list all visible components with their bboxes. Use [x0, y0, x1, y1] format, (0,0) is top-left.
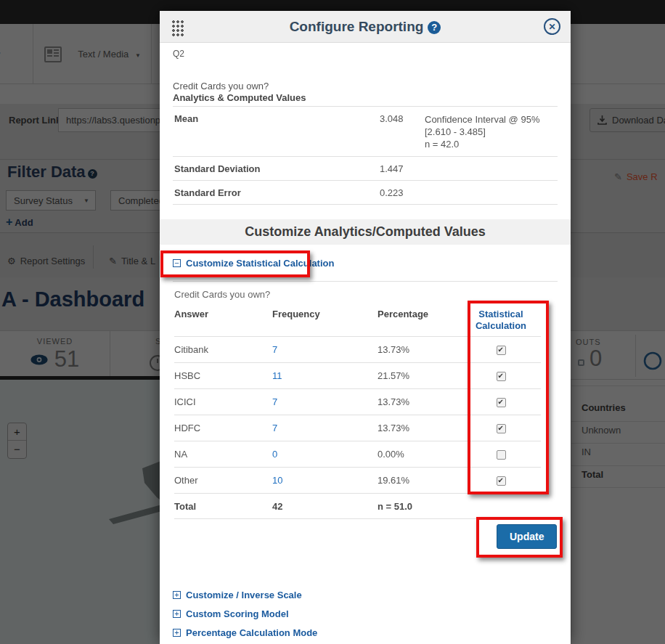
frequency-link[interactable]: 11: [272, 370, 282, 381]
frequency-link[interactable]: 7: [272, 396, 277, 407]
divider: [173, 281, 558, 282]
table-row: Citibank 7 13.73%: [174, 336, 541, 362]
analytics-row-stderr: Standard Error 0.223: [173, 180, 558, 205]
question-text: Credit Cards you own?: [173, 81, 269, 91]
expand-icon[interactable]: +: [173, 629, 181, 637]
stat-calc-checkbox[interactable]: [497, 398, 506, 407]
modal-title: Configure Reporting: [290, 19, 424, 34]
analytics-row-mean: Mean 3.048 Confidence Interval @ 95% [2.…: [173, 106, 558, 156]
table-total-row: Total 42 n = 51.0: [174, 493, 541, 519]
table-row: Other 10 19.61%: [174, 467, 541, 493]
question-text-repeat: Credit Cards you own?: [174, 289, 270, 300]
section-percentage-calculation-mode[interactable]: + Percentage Calculation Mode: [173, 627, 317, 638]
customize-band-heading: Customize Analytics/Computed Values: [160, 219, 571, 245]
sample-size: n = 42.0: [425, 138, 558, 150]
frequency-link[interactable]: 7: [272, 423, 277, 433]
section-label: Custom Scoring Model: [186, 608, 289, 619]
stat-calc-checkbox[interactable]: [497, 450, 506, 460]
frequency-link[interactable]: 10: [272, 475, 282, 486]
collapse-icon[interactable]: −: [173, 259, 181, 267]
frequency-link[interactable]: 0: [272, 449, 277, 460]
table-row: NA 0 0.00%: [174, 441, 541, 467]
stat-calc-checkbox[interactable]: [497, 346, 506, 355]
update-button[interactable]: Update: [497, 524, 557, 549]
stat-calc-checkbox[interactable]: [497, 424, 506, 433]
confidence-interval: Confidence Interval @ 95% [2.610 - 3.485…: [425, 113, 558, 138]
answers-table-header: Answer Frequency Percentage Statistical …: [174, 306, 541, 336]
section-customize-inverse-scale[interactable]: + Customize / Inverse Scale: [173, 590, 302, 600]
table-row: ICICI 7 13.73%: [174, 388, 541, 415]
analytics-table: Mean 3.048 Confidence Interval @ 95% [2.…: [173, 106, 558, 205]
configure-reporting-modal: Configure Reporting? ✕ Q2 Credit Cards y…: [160, 11, 571, 644]
analytics-heading: Analytics & Computed Values: [173, 92, 306, 103]
section-custom-scoring-model[interactable]: + Custom Scoring Model: [173, 608, 289, 619]
expand-icon[interactable]: +: [173, 610, 181, 618]
expand-icon[interactable]: +: [173, 591, 181, 599]
answers-table: Answer Frequency Percentage Statistical …: [174, 306, 541, 519]
section-customize-statistical-calculation[interactable]: − Customize Statistical Calculation: [173, 258, 334, 269]
section-label: Percentage Calculation Mode: [186, 627, 317, 638]
question-code: Q2: [173, 49, 184, 59]
analytics-row-stddev: Standard Deviation 1.447: [173, 156, 558, 180]
stat-calc-checkbox[interactable]: [497, 476, 506, 486]
close-icon[interactable]: ✕: [544, 18, 560, 35]
section-label: Customize / Inverse Scale: [186, 590, 302, 600]
table-row: HSBC 11 21.57%: [174, 362, 541, 388]
frequency-link[interactable]: 7: [272, 344, 277, 355]
stat-calc-checkbox[interactable]: [497, 372, 506, 381]
help-icon[interactable]: ?: [428, 21, 441, 34]
table-row: HDFC 7 13.73%: [174, 415, 541, 441]
section-label: Customize Statistical Calculation: [186, 258, 334, 269]
modal-header: Configure Reporting? ✕: [160, 11, 571, 43]
